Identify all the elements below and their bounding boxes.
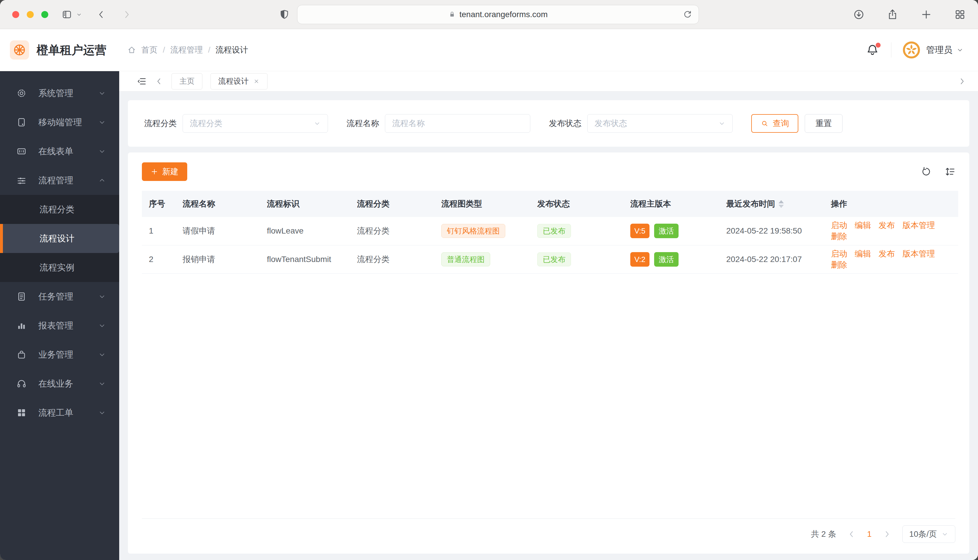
search-button[interactable]: 查询 [751,114,798,133]
sidebar-toggle-icon[interactable] [62,9,72,20]
zoom-window-button[interactable] [41,11,48,18]
sidebar-item-online-business[interactable]: 在线业务 [0,369,119,398]
forward-button[interactable] [122,9,132,20]
chevron-down-icon[interactable] [76,12,82,17]
notification-bell-icon[interactable] [866,43,879,57]
sidebar-item-online-forms[interactable]: 在线表单 [0,137,119,166]
process-table: 序号流程名称流程标识流程分类流程图类型发布状态流程主版本最近发布时间操作 1请假… [142,191,958,273]
sidebar-item-process-management[interactable]: 流程管理 [0,166,119,195]
process-category-select[interactable]: 流程分类 [182,114,328,133]
tabs-scroll-left-icon[interactable] [155,77,164,86]
sidebar-item-report-management[interactable]: 报表管理 [0,311,119,340]
sidebar-subitem-process-category[interactable]: 流程分类 [0,195,119,224]
sidebar-item-business-management[interactable]: 业务管理 [0,340,119,369]
tabs-scroll-right-icon[interactable] [958,77,966,86]
chevron-down-icon [98,409,106,417]
sort-caret[interactable] [779,200,784,208]
process-name-input[interactable] [385,114,530,133]
refresh-table-icon[interactable] [921,167,931,177]
close-window-button[interactable] [12,11,19,18]
sidebar-item-process-workorder[interactable]: 流程工单 [0,398,119,427]
privacy-shield-icon[interactable] [279,9,289,20]
headset-icon [16,378,27,389]
citrus-logo-icon [13,43,26,57]
back-button[interactable] [96,9,106,20]
user-name[interactable]: 管理员 [926,44,953,56]
sidebar-item-mobile-management[interactable]: 移动端管理 [0,108,119,137]
new-tab-icon[interactable] [920,9,932,20]
column-header: 流程分类 [351,191,436,217]
publish-status-tag: 已发布 [537,252,571,267]
version-cell: V:2激活 [624,245,721,273]
minimize-window-button[interactable] [27,11,34,18]
sidebar-subitem-process-instance[interactable]: 流程实例 [0,253,119,282]
diagram-type-tag: 普通流程图 [441,252,490,267]
plus-icon [150,168,158,175]
header-divider [891,42,891,58]
version-manage-link[interactable]: 版本管理 [903,249,935,258]
filter-group-publish-status: 发布状态发布状态 [549,114,732,133]
sidebar-item-label: 在线表单 [38,145,98,157]
publish-link[interactable]: 发布 [879,249,895,258]
sidebar-item-label: 任务管理 [38,291,98,303]
sidebar-item-system-management[interactable]: 系统管理 [0,79,119,108]
chart-icon [16,320,27,331]
app-title: 橙单租户运营 [37,42,106,58]
version-manage-link[interactable]: 版本管理 [903,221,935,230]
share-icon[interactable] [887,9,898,20]
delete-link[interactable]: 删除 [831,260,847,269]
edit-link[interactable]: 编辑 [855,249,871,258]
row-index: 1 [142,217,177,245]
select-placeholder: 流程分类 [190,118,314,129]
form-icon [16,146,27,157]
address-bar[interactable]: tenant.orangeforms.com [297,5,699,24]
sidebar-subitem-process-design[interactable]: 流程设计 [0,224,119,253]
mobile-icon [16,117,27,128]
sort-ascending-caret[interactable] [779,200,784,203]
column-header: 流程图类型 [436,191,532,217]
table-panel: 新建 [128,152,969,553]
start-link[interactable]: 启动 [831,221,847,230]
publish-status-select[interactable]: 发布状态 [587,114,732,133]
tab-home[interactable]: 主页 [172,73,202,90]
breadcrumb-item[interactable]: 流程管理 [171,45,203,55]
diagram-type-cell: 钉钉风格流程图 [436,217,532,245]
select-placeholder: 发布状态 [595,118,718,129]
chevron-down-icon [98,293,106,300]
breadcrumb-item[interactable]: 首页 [141,45,157,55]
prev-page-button[interactable] [847,530,856,538]
version-cell: V:5激活 [624,217,721,245]
row-density-icon[interactable] [945,167,955,177]
sidebar-submenu: 流程分类流程设计流程实例 [0,195,119,282]
tab-process-design[interactable]: 流程设计 [211,73,267,90]
chevron-down-icon[interactable] [956,47,963,53]
sidebar-item-task-management[interactable]: 任务管理 [0,282,119,311]
downloads-icon[interactable] [853,9,864,20]
reset-button[interactable]: 重置 [805,114,843,133]
avatar[interactable] [903,41,920,59]
sort-descending-caret[interactable] [779,205,784,208]
current-page[interactable]: 1 [867,530,872,539]
sidebar-item-label: 流程管理 [38,175,98,187]
chevron-down-icon [98,351,106,358]
start-link[interactable]: 启动 [831,249,847,258]
column-header: 序号 [142,191,177,217]
next-page-button[interactable] [883,530,891,538]
tab-overview-icon[interactable] [954,9,966,20]
page-size-select[interactable]: 10条/页 [903,525,955,543]
column-header: 流程主版本 [624,191,721,217]
active-tag: 激活 [654,223,679,238]
close-icon[interactable] [253,78,260,85]
home-icon[interactable] [127,46,136,54]
create-button[interactable]: 新建 [142,162,187,181]
delete-link[interactable]: 删除 [831,232,847,241]
sidebar-item-label: 流程工单 [38,407,98,419]
collapse-menu-icon[interactable] [137,77,147,86]
reload-icon[interactable] [683,10,692,19]
diagram-type-tag: 钉钉风格流程图 [441,224,505,238]
edit-link[interactable]: 编辑 [855,221,871,230]
chevron-down-icon [941,531,948,538]
sortable-column-header[interactable]: 最近发布时间 [726,198,819,209]
table-row: 1请假申请flowLeave流程分类钉钉风格流程图已发布V:5激活2024-05… [142,217,958,245]
publish-link[interactable]: 发布 [879,221,895,230]
